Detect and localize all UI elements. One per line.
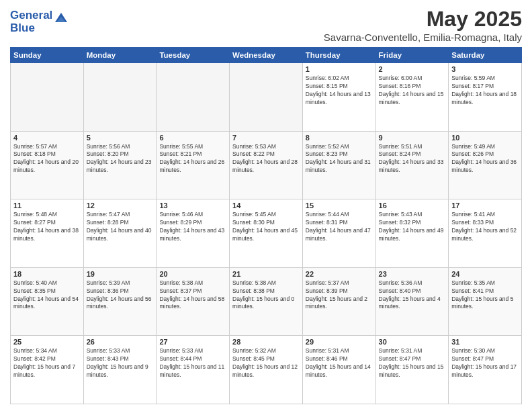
day-info: Sunrise: 5:31 AMSunset: 8:46 PMDaylight:…: [306, 347, 373, 379]
day-info: Sunrise: 5:55 AMSunset: 8:21 PMDaylight:…: [159, 143, 226, 175]
week-row-4: 18Sunrise: 5:40 AMSunset: 8:35 PMDayligh…: [11, 267, 522, 336]
day-number: 6: [159, 134, 226, 142]
location-title: Savarna-Conventello, Emilia-Romagna, Ita…: [324, 32, 522, 43]
day-number: 23: [379, 270, 446, 278]
day-number: 19: [87, 270, 154, 278]
day-number: 16: [379, 201, 446, 210]
day-info: Sunrise: 5:33 AMSunset: 8:44 PMDaylight:…: [159, 347, 226, 379]
calendar-cell: 10Sunrise: 5:49 AMSunset: 8:26 PMDayligh…: [449, 131, 522, 199]
weekday-header-sunday: Sunday: [11, 48, 84, 63]
day-info: Sunrise: 5:32 AMSunset: 8:45 PMDaylight:…: [232, 347, 300, 379]
day-info: Sunrise: 5:49 AMSunset: 8:26 PMDaylight:…: [451, 143, 519, 175]
calendar-cell: 8Sunrise: 5:52 AMSunset: 8:23 PMDaylight…: [302, 131, 375, 199]
calendar-table: SundayMondayTuesdayWednesdayThursdayFrid…: [10, 47, 522, 404]
calendar-page: General Blue May 2025 Savarna-Conventell…: [0, 0, 532, 411]
calendar-cell: 15Sunrise: 5:44 AMSunset: 8:31 PMDayligh…: [302, 199, 375, 268]
day-number: 25: [13, 338, 81, 346]
day-number: 17: [451, 201, 519, 210]
calendar-cell: 9Sunrise: 5:51 AMSunset: 8:24 PMDaylight…: [375, 131, 449, 199]
weekday-header-wednesday: Wednesday: [230, 48, 303, 63]
calendar-cell: 19Sunrise: 5:39 AMSunset: 8:36 PMDayligh…: [83, 267, 157, 336]
calendar-cell: 6Sunrise: 5:55 AMSunset: 8:21 PMDaylight…: [157, 131, 230, 199]
calendar-cell: [11, 63, 84, 132]
day-info: Sunrise: 5:59 AMSunset: 8:17 PMDaylight:…: [451, 75, 519, 107]
day-info: Sunrise: 5:56 AMSunset: 8:20 PMDaylight:…: [87, 143, 154, 175]
day-number: 7: [232, 134, 300, 142]
day-number: 10: [451, 134, 519, 142]
weekday-header-saturday: Saturday: [449, 48, 522, 63]
day-info: Sunrise: 5:47 AMSunset: 8:28 PMDaylight:…: [87, 211, 154, 243]
day-number: 14: [232, 201, 300, 210]
day-info: Sunrise: 5:33 AMSunset: 8:43 PMDaylight:…: [87, 347, 154, 379]
title-block: May 2025 Savarna-Conventello, Emilia-Rom…: [324, 7, 522, 43]
day-info: Sunrise: 5:30 AMSunset: 8:47 PMDaylight:…: [451, 347, 519, 379]
calendar-cell: 20Sunrise: 5:38 AMSunset: 8:37 PMDayligh…: [157, 267, 230, 336]
week-row-1: 1Sunrise: 6:02 AMSunset: 8:15 PMDaylight…: [11, 63, 522, 132]
calendar-cell: 21Sunrise: 5:38 AMSunset: 8:38 PMDayligh…: [230, 267, 303, 336]
calendar-cell: 24Sunrise: 5:35 AMSunset: 8:41 PMDayligh…: [449, 267, 522, 336]
day-info: Sunrise: 5:41 AMSunset: 8:33 PMDaylight:…: [451, 211, 519, 243]
header: General Blue May 2025 Savarna-Conventell…: [10, 7, 522, 43]
calendar-cell: 30Sunrise: 5:31 AMSunset: 8:47 PMDayligh…: [375, 336, 449, 404]
day-number: 1: [306, 65, 373, 73]
day-number: 22: [306, 270, 373, 278]
calendar-cell: 14Sunrise: 5:45 AMSunset: 8:30 PMDayligh…: [230, 199, 303, 268]
week-row-5: 25Sunrise: 5:34 AMSunset: 8:42 PMDayligh…: [11, 336, 522, 404]
calendar-cell: 11Sunrise: 5:48 AMSunset: 8:27 PMDayligh…: [11, 199, 84, 268]
weekday-header-row: SundayMondayTuesdayWednesdayThursdayFrid…: [11, 48, 522, 63]
day-info: Sunrise: 5:39 AMSunset: 8:36 PMDaylight:…: [87, 279, 154, 312]
weekday-header-monday: Monday: [83, 48, 157, 63]
week-row-2: 4Sunrise: 5:57 AMSunset: 8:18 PMDaylight…: [11, 131, 522, 199]
calendar-cell: 29Sunrise: 5:31 AMSunset: 8:46 PMDayligh…: [302, 336, 375, 404]
day-info: Sunrise: 5:51 AMSunset: 8:24 PMDaylight:…: [379, 143, 446, 175]
day-number: 11: [13, 201, 81, 210]
day-info: Sunrise: 5:45 AMSunset: 8:30 PMDaylight:…: [232, 211, 300, 243]
day-info: Sunrise: 5:36 AMSunset: 8:40 PMDaylight:…: [379, 279, 446, 312]
day-info: Sunrise: 5:57 AMSunset: 8:18 PMDaylight:…: [13, 143, 81, 175]
day-info: Sunrise: 5:52 AMSunset: 8:23 PMDaylight:…: [306, 143, 373, 175]
day-number: 30: [379, 338, 446, 346]
day-info: Sunrise: 5:34 AMSunset: 8:42 PMDaylight:…: [13, 347, 81, 379]
calendar-cell: 18Sunrise: 5:40 AMSunset: 8:35 PMDayligh…: [11, 267, 84, 336]
day-number: 4: [13, 134, 81, 142]
weekday-header-thursday: Thursday: [302, 48, 375, 63]
calendar-cell: 16Sunrise: 5:43 AMSunset: 8:32 PMDayligh…: [375, 199, 449, 268]
weekday-header-friday: Friday: [375, 48, 449, 63]
calendar-cell: 4Sunrise: 5:57 AMSunset: 8:18 PMDaylight…: [11, 131, 84, 199]
calendar-cell: 31Sunrise: 5:30 AMSunset: 8:47 PMDayligh…: [449, 336, 522, 404]
day-number: 15: [306, 201, 373, 210]
day-number: 8: [306, 134, 373, 142]
day-number: 28: [232, 338, 300, 346]
calendar-cell: 23Sunrise: 5:36 AMSunset: 8:40 PMDayligh…: [375, 267, 449, 336]
day-number: 3: [451, 65, 519, 73]
day-info: Sunrise: 5:38 AMSunset: 8:38 PMDaylight:…: [232, 279, 300, 312]
calendar-cell: [83, 63, 157, 132]
day-info: Sunrise: 5:43 AMSunset: 8:32 PMDaylight:…: [379, 211, 446, 243]
day-number: 27: [159, 338, 226, 346]
day-info: Sunrise: 6:00 AMSunset: 8:16 PMDaylight:…: [379, 75, 446, 107]
day-info: Sunrise: 5:37 AMSunset: 8:39 PMDaylight:…: [306, 279, 373, 312]
day-number: 13: [159, 201, 226, 210]
day-info: Sunrise: 5:46 AMSunset: 8:29 PMDaylight:…: [159, 211, 226, 243]
calendar-cell: [157, 63, 230, 132]
calendar-cell: [230, 63, 303, 132]
calendar-cell: 13Sunrise: 5:46 AMSunset: 8:29 PMDayligh…: [157, 199, 230, 268]
calendar-cell: 3Sunrise: 5:59 AMSunset: 8:17 PMDaylight…: [449, 63, 522, 132]
calendar-cell: 12Sunrise: 5:47 AMSunset: 8:28 PMDayligh…: [83, 199, 157, 268]
calendar-cell: 25Sunrise: 5:34 AMSunset: 8:42 PMDayligh…: [11, 336, 84, 404]
day-info: Sunrise: 6:02 AMSunset: 8:15 PMDaylight:…: [306, 75, 373, 107]
calendar-cell: 1Sunrise: 6:02 AMSunset: 8:15 PMDaylight…: [302, 63, 375, 132]
day-info: Sunrise: 5:38 AMSunset: 8:37 PMDaylight:…: [159, 279, 226, 312]
day-number: 5: [87, 134, 154, 142]
calendar-cell: 27Sunrise: 5:33 AMSunset: 8:44 PMDayligh…: [157, 336, 230, 404]
logo-icon: [54, 10, 69, 25]
day-info: Sunrise: 5:48 AMSunset: 8:27 PMDaylight:…: [13, 211, 81, 243]
calendar-cell: 2Sunrise: 6:00 AMSunset: 8:16 PMDaylight…: [375, 63, 449, 132]
logo: General Blue: [10, 9, 69, 34]
day-info: Sunrise: 5:31 AMSunset: 8:47 PMDaylight:…: [379, 347, 446, 379]
day-number: 26: [87, 338, 154, 346]
day-info: Sunrise: 5:35 AMSunset: 8:41 PMDaylight:…: [451, 279, 519, 312]
day-number: 9: [379, 134, 446, 142]
calendar-cell: 5Sunrise: 5:56 AMSunset: 8:20 PMDaylight…: [83, 131, 157, 199]
day-info: Sunrise: 5:40 AMSunset: 8:35 PMDaylight:…: [13, 279, 81, 312]
